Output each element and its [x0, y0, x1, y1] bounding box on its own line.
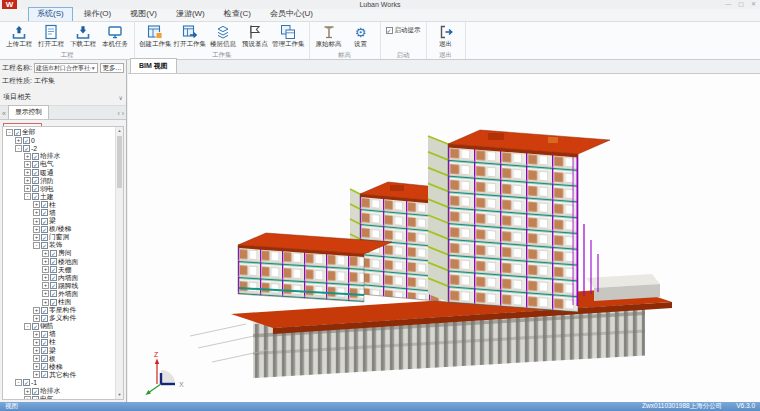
tree-checkbox[interactable]: ✓ — [32, 396, 39, 399]
tree-scrollbar[interactable]: ▲ ▼ — [115, 127, 123, 399]
exit-button[interactable]: 退出 — [430, 23, 462, 49]
expand-icon[interactable]: + — [42, 299, 49, 306]
expand-icon[interactable]: + — [33, 331, 40, 338]
maximize-icon[interactable]: ▢ — [738, 0, 744, 9]
original-elevation-button[interactable]: 原始标高 — [313, 23, 345, 49]
expand-icon[interactable]: + — [33, 218, 40, 225]
tab-scroll-icons[interactable]: ‹ › — [117, 108, 124, 119]
tree-checkbox[interactable]: ✓ — [23, 137, 30, 144]
expand-icon[interactable]: + — [33, 234, 40, 241]
upload-project-button[interactable]: 上传工程 — [3, 23, 35, 49]
expand-icon[interactable]: + — [24, 185, 31, 192]
manage-workset-button[interactable]: 管理工作集 — [271, 23, 306, 49]
open-workset-button[interactable]: 打开工作集 — [173, 23, 208, 49]
expand-icon[interactable]: + — [24, 396, 31, 399]
tree-item[interactable]: +✓柱 — [3, 338, 115, 346]
tree-checkbox[interactable]: ✓ — [41, 242, 48, 249]
tree-item[interactable]: +✓弱电 — [3, 185, 115, 193]
tree-item[interactable]: +✓墙 — [3, 330, 115, 338]
tab-display-control[interactable]: 显示控制 — [8, 105, 49, 119]
expand-icon[interactable]: + — [33, 209, 40, 216]
launch-tip-checkbox[interactable]: ✓ 启动提示 — [384, 23, 423, 35]
tree-checkbox[interactable]: ✓ — [41, 347, 48, 354]
scrollbar-thumb[interactable] — [117, 136, 122, 188]
tree-item[interactable]: +✓0 — [3, 136, 115, 144]
expand-icon[interactable]: + — [24, 161, 31, 168]
tree-checkbox[interactable]: ✓ — [23, 145, 30, 152]
tree-checkbox[interactable]: ✓ — [41, 226, 48, 233]
expand-icon[interactable]: + — [24, 177, 31, 184]
project-name-dropdown[interactable]: 建德市村口合作事社-施工模型 ▼ — [34, 63, 98, 73]
expand-icon[interactable]: + — [42, 282, 49, 289]
more-button[interactable]: 更多... — [100, 63, 124, 73]
expand-icon[interactable]: + — [24, 169, 31, 176]
tree-item[interactable]: -✓钢筋 — [3, 322, 115, 330]
expand-icon[interactable]: + — [42, 266, 49, 273]
expand-icon[interactable]: + — [24, 153, 31, 160]
local-tasks-button[interactable]: 本机任务 — [99, 23, 131, 49]
tree-item[interactable]: +✓多义构件 — [3, 314, 115, 322]
tree-checkbox[interactable]: ✓ — [32, 193, 39, 200]
scroll-down-icon[interactable]: ▼ — [116, 391, 123, 399]
tree-item[interactable]: +✓消防 — [3, 177, 115, 185]
viewport-canvas[interactable]: Z X — [128, 74, 760, 402]
collapse-icon[interactable]: - — [15, 379, 22, 386]
collapse-panel-icon[interactable]: « — [2, 108, 6, 119]
tab-member-center[interactable]: 会员中心(U) — [262, 8, 321, 21]
expand-icon[interactable]: + — [33, 315, 40, 322]
tree-checkbox[interactable]: ✓ — [41, 331, 48, 338]
tree-checkbox[interactable]: ✓ — [50, 290, 57, 297]
tree-checkbox[interactable]: ✓ — [50, 274, 57, 281]
minimize-icon[interactable]: — — [725, 0, 731, 9]
tree-item[interactable]: -✓全部 — [3, 128, 115, 136]
close-icon[interactable]: ✕ — [751, 0, 756, 9]
tree-checkbox[interactable]: ✓ — [32, 153, 39, 160]
tree-checkbox[interactable]: ✓ — [41, 339, 48, 346]
tree-checkbox[interactable]: ✓ — [41, 209, 48, 216]
tree-checkbox[interactable]: ✓ — [23, 379, 30, 386]
open-project-button[interactable]: 打开工程 — [35, 23, 67, 49]
floor-info-button[interactable]: 楼层信息 — [207, 23, 239, 49]
tree-checkbox[interactable]: ✓ — [32, 388, 39, 395]
scroll-up-icon[interactable]: ▲ — [116, 127, 123, 135]
expand-icon[interactable]: + — [15, 137, 22, 144]
tree-item[interactable]: +✓暖通 — [3, 168, 115, 176]
tree-item[interactable]: +✓给排水 — [3, 387, 115, 395]
expand-icon[interactable]: + — [33, 363, 40, 370]
tab-roam[interactable]: 漫游(W) — [168, 8, 213, 21]
expand-icon[interactable]: + — [33, 339, 40, 346]
tree-checkbox[interactable]: ✓ — [32, 185, 39, 192]
tree-item[interactable]: +✓给排水 — [3, 152, 115, 160]
tab-check[interactable]: 检查(C) — [216, 8, 259, 21]
tree-checkbox[interactable]: ✓ — [41, 355, 48, 362]
expand-icon[interactable]: + — [33, 355, 40, 362]
expand-icon[interactable]: + — [42, 258, 49, 265]
preset-basepoint-button[interactable]: 预设基点 — [239, 23, 271, 49]
tree-checkbox[interactable]: ✓ — [50, 282, 57, 289]
expand-icon[interactable]: + — [42, 250, 49, 257]
tree-checkbox[interactable]: ✓ — [41, 234, 48, 241]
create-workset-button[interactable]: 创建工作集 — [138, 23, 173, 49]
tree-checkbox[interactable]: ✓ — [32, 161, 39, 168]
project-related-section[interactable]: 项目相关 ∨ — [0, 88, 126, 106]
collapse-icon[interactable]: - — [24, 323, 31, 330]
collapse-icon[interactable]: - — [33, 242, 40, 249]
tree-item[interactable]: -✓土建 — [3, 193, 115, 201]
expand-icon[interactable]: + — [33, 371, 40, 378]
tree-checkbox[interactable]: ✓ — [41, 307, 48, 314]
bim-3d-model[interactable]: Z X — [128, 74, 760, 402]
collapse-icon[interactable]: - — [15, 145, 22, 152]
tree-checkbox[interactable]: ✓ — [14, 129, 21, 136]
tree-checkbox[interactable]: ✓ — [50, 266, 57, 273]
collapse-icon[interactable]: - — [24, 193, 31, 200]
tree-item[interactable]: +✓梁 — [3, 347, 115, 355]
tree-checkbox[interactable]: ✓ — [41, 218, 48, 225]
settings-button[interactable]: ⚙ 设置 — [345, 23, 377, 49]
tree-item[interactable]: +✓电气 — [3, 160, 115, 168]
expand-icon[interactable]: + — [33, 347, 40, 354]
tree-checkbox[interactable]: ✓ — [50, 258, 57, 265]
collapse-icon[interactable]: - — [6, 129, 13, 136]
tree-checkbox[interactable]: ✓ — [41, 371, 48, 378]
tree-checkbox[interactable]: ✓ — [32, 177, 39, 184]
tab-bim-view[interactable]: BIM 视图 — [130, 58, 177, 73]
